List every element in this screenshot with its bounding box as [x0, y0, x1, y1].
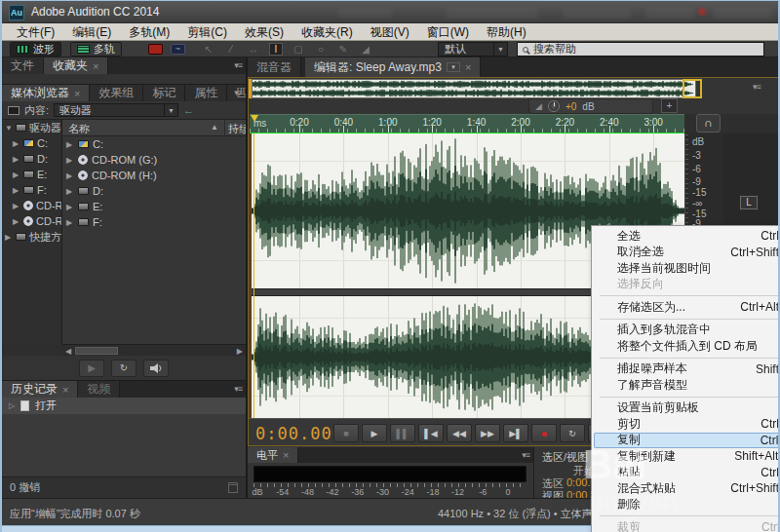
- context-menu-item-选择当前视图时间[interactable]: 选择当前视图时间: [594, 260, 780, 277]
- stop-button[interactable]: ■: [333, 424, 359, 442]
- trash-icon[interactable]: [228, 482, 238, 493]
- tab-favorites[interactable]: 收藏夹×: [44, 57, 108, 74]
- panel-menu-icon[interactable]: ▾≡: [234, 60, 242, 70]
- chevron-down-icon[interactable]: ▼: [447, 62, 460, 72]
- menu-item-5[interactable]: 收藏夹(R): [292, 23, 362, 41]
- search-help-input[interactable]: 搜索帮助: [517, 42, 764, 57]
- playhead-pin-icon[interactable]: [251, 115, 258, 122]
- rewind-button[interactable]: ◀◀: [447, 424, 472, 442]
- scroll-left-icon[interactable]: ◀: [65, 347, 71, 356]
- tree-item-CD-ROM (H:)[interactable]: ▶CD-ROM (H:): [2, 213, 61, 229]
- headphone-icon[interactable]: ∩: [696, 114, 721, 133]
- tab-levels[interactable]: 电平×: [248, 447, 298, 463]
- drive-row-F:[interactable]: ▶F:: [62, 214, 246, 230]
- tab-媒体浏览器[interactable]: 媒体浏览器×: [2, 85, 90, 101]
- menu-item-0[interactable]: 文件(F): [8, 23, 63, 41]
- workspace-dropdown[interactable]: 默认 ▼: [438, 42, 508, 57]
- close-icon[interactable]: ×: [74, 88, 80, 99]
- volume-slider-icon[interactable]: ◢: [535, 101, 542, 111]
- menu-item-8[interactable]: 帮助(H): [478, 23, 535, 41]
- sort-ascending-icon[interactable]: ▲: [211, 123, 218, 132]
- move-tool-icon[interactable]: ↖: [202, 44, 215, 55]
- menu-item-4[interactable]: 效果(S): [236, 23, 292, 41]
- context-menu-item-捕捉噪声样本[interactable]: 捕捉噪声样本Shift+P: [594, 361, 780, 378]
- tree-item-F:[interactable]: ▶F:: [2, 182, 61, 198]
- panel-menu-icon[interactable]: ▾≡: [753, 82, 760, 92]
- close-icon[interactable]: ×: [62, 384, 68, 396]
- paintbrush-selection-tool-icon[interactable]: ✎: [336, 44, 350, 55]
- menu-item-6[interactable]: 视图(V): [362, 23, 418, 41]
- pause-button[interactable]: ▌▌: [390, 424, 415, 442]
- skip-to-end-button[interactable]: ▶▌: [503, 424, 528, 442]
- volume-knob[interactable]: [548, 100, 560, 112]
- close-icon[interactable]: ×: [283, 449, 289, 461]
- history-entry-open[interactable]: ▷ 打开: [2, 398, 246, 414]
- overview-right-handle[interactable]: [682, 79, 702, 98]
- scroll-right-icon[interactable]: ▶: [237, 347, 243, 356]
- tree-root-drives[interactable]: ▼驱动器: [2, 120, 61, 135]
- drive-row-E:[interactable]: ▶E:: [62, 199, 246, 214]
- tab-video[interactable]: 视频: [78, 381, 120, 398]
- panel-menu-icon[interactable]: ▾≡: [522, 450, 529, 460]
- multitrack-view-button[interactable]: 多轨: [70, 42, 122, 57]
- back-arrow-icon[interactable]: ←: [183, 104, 194, 116]
- menu-item-2[interactable]: 多轨(M): [120, 23, 178, 41]
- panel-menu-icon[interactable]: ▾≡: [234, 384, 242, 394]
- loop-preview-button[interactable]: ↻: [111, 360, 136, 377]
- tree-item-D:[interactable]: ▶D:: [2, 151, 61, 167]
- close-icon[interactable]: ×: [93, 60, 98, 72]
- context-menu-item-设置当前剪贴板[interactable]: 设置当前剪贴板: [594, 400, 780, 417]
- slip-tool-icon[interactable]: ↔: [247, 44, 260, 55]
- drive-row-CD-ROM (H:)[interactable]: ▶CD-ROM (H:): [62, 168, 246, 183]
- horizontal-scrollbar[interactable]: ◀ ▶: [62, 344, 246, 356]
- tab-标记[interactable]: 标记: [143, 85, 185, 101]
- drive-row-CD-ROM (G:)[interactable]: ▶CD-ROM (G:): [62, 152, 246, 168]
- zoom-overview-strip[interactable]: [252, 79, 696, 98]
- tab-history[interactable]: 历史记录×: [2, 381, 78, 398]
- tab-效果组[interactable]: 效果组: [90, 85, 143, 101]
- skip-to-start-button[interactable]: ▌◀: [418, 424, 444, 442]
- drive-row-D:[interactable]: ▶D:: [62, 183, 246, 199]
- waveform-view-button[interactable]: 波形: [10, 42, 61, 57]
- title-bar[interactable]: Au Adobe Audition CC 2014: [2, 1, 778, 23]
- menu-item-7[interactable]: 窗口(W): [418, 23, 478, 41]
- close-icon[interactable]: ×: [465, 61, 471, 73]
- pin-icon[interactable]: +: [661, 98, 678, 113]
- context-menu-item-剪切[interactable]: 剪切Ctrl+X: [594, 416, 780, 433]
- panel-menu-icon[interactable]: ▾≡: [234, 88, 242, 97]
- auto-play-button[interactable]: [143, 360, 169, 377]
- context-menu-item-将整个文件插入到 CD 布局[interactable]: 将整个文件插入到 CD 布局: [594, 338, 780, 355]
- context-menu-item-全选[interactable]: 全选Ctrl+A: [594, 228, 780, 245]
- tree-item-C:[interactable]: ▶C:: [2, 135, 61, 151]
- time-display[interactable]: 0:00.000: [255, 424, 343, 443]
- context-menu-item-了解声音模型[interactable]: 了解声音模型: [594, 377, 780, 394]
- tab-editor[interactable]: 编辑器: Sleep Away.mp3 ▼ ×: [305, 57, 481, 77]
- fast-forward-button[interactable]: ▶▶: [475, 424, 500, 442]
- spectral-pitch-icon[interactable]: ~: [171, 44, 185, 55]
- context-menu-item-取消全选[interactable]: 取消全选Ctrl+Shift+A: [594, 245, 780, 261]
- scrollbar-thumb[interactable]: [75, 347, 118, 355]
- spot-healing-brush-tool-icon[interactable]: ◢: [359, 44, 372, 55]
- tree-item-CD-ROM (G:)[interactable]: ▶CD-ROM (G:): [2, 198, 61, 213]
- tab-mixer[interactable]: 混音器: [248, 57, 301, 77]
- spectral-display-icon[interactable]: [148, 44, 163, 55]
- marquee-selection-tool-icon[interactable]: ▢: [292, 44, 305, 55]
- play-button[interactable]: ▶: [362, 424, 387, 442]
- menu-item-3[interactable]: 剪辑(C): [178, 23, 236, 41]
- monitor-icon[interactable]: [8, 106, 20, 115]
- left-channel-badge[interactable]: L: [740, 196, 758, 209]
- time-selection-tool-icon[interactable]: I: [269, 43, 283, 56]
- context-menu-item-存储选区为...[interactable]: 存储选区为...Ctrl+Alt+S: [594, 299, 780, 316]
- tree-item-E:[interactable]: ▶E:: [2, 167, 61, 182]
- list-header[interactable]: 名称 ▲ 持续时间: [62, 120, 246, 136]
- preview-play-button[interactable]: ▶: [79, 360, 104, 377]
- menu-item-1[interactable]: 编辑(E): [63, 23, 120, 41]
- record-button[interactable]: ●: [531, 424, 557, 442]
- content-dropdown[interactable]: 驱动器 ▼: [54, 103, 178, 117]
- drive-row-C:[interactable]: ▶C:: [62, 136, 246, 152]
- tab-files[interactable]: 文件: [2, 57, 44, 74]
- context-menu-item-插入到多轨混音中[interactable]: 插入到多轨混音中: [594, 323, 780, 339]
- tree-root-shortcuts[interactable]: ▶快捷方式: [2, 229, 61, 245]
- playhead[interactable]: [254, 133, 254, 418]
- loop-playback-button[interactable]: ↻: [560, 424, 585, 442]
